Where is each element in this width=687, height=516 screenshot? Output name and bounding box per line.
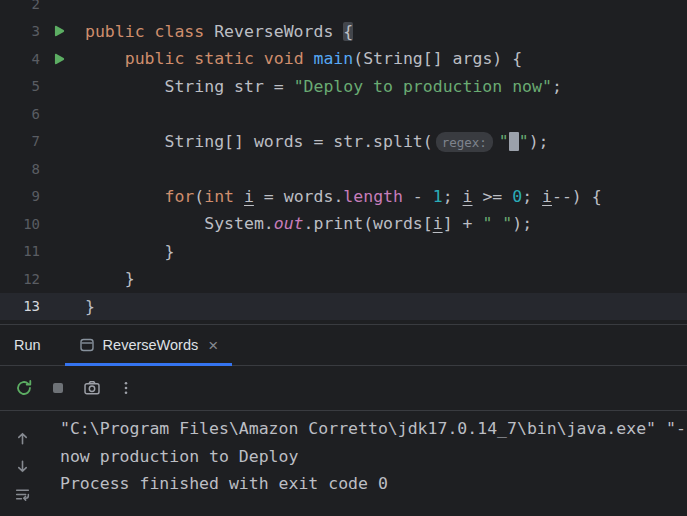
run-line-icon[interactable] [46,24,70,38]
run-tab-icon [79,337,95,353]
run-toolbar [0,366,687,411]
code-line-text: public static void main(String[] args) { [85,49,522,68]
code-line-text: String str = "Deploy to production now"; [85,77,562,96]
ide-window: 23public class ReverseWords {4 public st… [0,0,687,516]
code-line-2[interactable]: 2 [0,0,687,18]
code-line-text: public class ReverseWords { [85,22,353,41]
code-line-text: } [85,242,174,261]
code-rows: 23public class ReverseWords {4 public st… [0,0,687,320]
console-output[interactable]: "C:\Program Files\Amazon Corretto\jdk17.… [44,411,687,516]
line-number: 8 [0,161,40,177]
active-tab-underline [65,363,233,366]
console-lines: "C:\Program Files\Amazon Corretto\jdk17.… [60,415,687,498]
code-line-10[interactable]: 10 System.out.print(words[i] + " "); [0,210,687,238]
code-line-3[interactable]: 3public class ReverseWords { [0,18,687,46]
code-line-7[interactable]: 7 String[] words = str.split(regex:" "); [0,128,687,156]
code-line-5[interactable]: 5 String str = "Deploy to production now… [0,73,687,101]
line-number: 7 [0,133,40,149]
code-editor[interactable]: 23public class ReverseWords {4 public st… [0,0,687,325]
run-tool-window: Run ReverseWords × [0,325,687,516]
console-line: "C:\Program Files\Amazon Corretto\jdk17.… [60,415,687,443]
line-number: 4 [0,51,40,67]
line-number: 11 [0,243,40,259]
tab-title: ReverseWords [103,337,199,353]
console-line: Process finished with exit code 0 [60,470,687,498]
down-stack-icon[interactable] [8,452,36,480]
console-line: now production to Deploy [60,443,687,471]
code-line-text: for(int i = words.length - 1; i >= 0; i-… [85,187,602,206]
up-stack-icon[interactable] [8,424,36,452]
stop-icon[interactable] [44,374,72,402]
line-number: 13 [0,298,40,314]
code-line-9[interactable]: 9 for(int i = words.length - 1; i >= 0; … [0,183,687,211]
caret-block [509,132,519,151]
code-line-13[interactable]: 13} [0,293,687,321]
thread-dump-camera-icon[interactable] [78,374,106,402]
code-line-text: } [85,297,95,316]
line-number: 9 [0,188,40,204]
line-number: 3 [0,23,40,39]
code-line-4[interactable]: 4 public static void main(String[] args)… [0,45,687,73]
soft-wrap-icon[interactable] [8,480,36,508]
tab-reversewords[interactable]: ReverseWords × [65,325,233,365]
close-icon[interactable]: × [208,337,218,354]
code-line-11[interactable]: 11 } [0,238,687,266]
code-line-8[interactable]: 8 [0,155,687,183]
code-line-text: } [85,269,135,288]
code-line-text: String[] words = str.split(regex:" "); [85,132,549,151]
run-line-icon[interactable] [46,52,70,66]
line-number: 12 [0,271,40,287]
code-line-6[interactable]: 6 [0,100,687,128]
rerun-icon[interactable] [10,374,38,402]
code-line-text: System.out.print(words[i] + " "); [85,214,532,233]
console-area: "C:\Program Files\Amazon Corretto\jdk17.… [0,411,687,516]
inline-parameter-hint: regex: [436,132,493,152]
console-left-toolbar [0,411,44,516]
code-line-12[interactable]: 12 } [0,265,687,293]
run-tool-window-label: Run [14,337,41,353]
more-options-kebab-icon[interactable] [112,374,140,402]
line-number: 10 [0,216,40,232]
line-number: 2 [0,0,40,12]
line-number: 6 [0,106,40,122]
run-tabbar: Run ReverseWords × [0,325,687,366]
line-number: 5 [0,78,40,94]
